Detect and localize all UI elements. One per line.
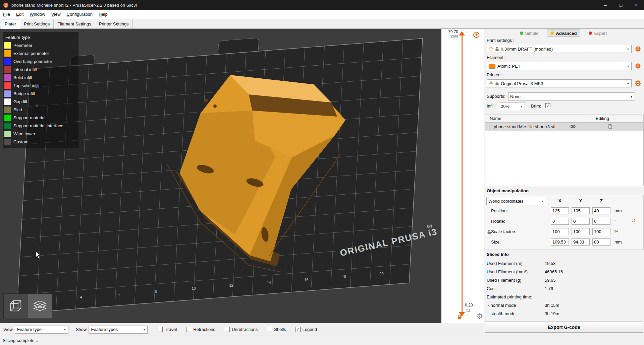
legend-label: Perimeter <box>13 43 32 48</box>
object-list: Name Editing phone stand Mic...lle short… <box>485 115 644 186</box>
view-combo[interactable]: Feature type ▾ <box>15 326 68 334</box>
menu-configuration[interactable]: Configuration <box>64 10 96 19</box>
legend-swatch <box>4 74 11 81</box>
edit-printer-gear-icon[interactable] <box>634 80 642 87</box>
checkbox-retractions[interactable]: Retractions <box>186 327 215 332</box>
view-toolbar: View Feature type ▾ Show Feature types ▾… <box>0 323 484 336</box>
filament-combo[interactable]: Atomic PET ▾ <box>487 62 632 70</box>
checkbox-legend[interactable]: ✓Legend <box>296 327 317 332</box>
supports-combo[interactable]: None ▾ <box>508 92 635 100</box>
om-input-y[interactable] <box>572 238 590 246</box>
menu-edit[interactable]: Edit <box>13 10 26 19</box>
layer-slider-panel: 79.70 (266) 0.20 (1) <box>441 29 484 323</box>
editing-icon[interactable] <box>608 124 613 129</box>
viewport-3d-scene[interactable]: ORIGINAL PRUSA i3 by 2468101214161820201… <box>0 29 441 323</box>
edit-filament-gear-icon[interactable] <box>634 62 642 70</box>
tab-print-settings[interactable]: Print Settings <box>20 19 54 28</box>
mode-dot-icon <box>589 31 592 35</box>
om-unit-label: ° <box>614 219 616 224</box>
layer-slider-upper-handle[interactable] <box>459 31 465 36</box>
om-input-z[interactable] <box>592 218 610 225</box>
legend-swatch <box>4 90 11 97</box>
reset-rotation-icon[interactable]: ↺ <box>631 217 636 224</box>
chevron-down-icon: ▾ <box>519 105 524 108</box>
export-gcode-button[interactable]: Export G-code <box>485 322 643 333</box>
tab-plater[interactable]: Plater <box>1 19 20 29</box>
checkbox-unretractions[interactable]: Unretractions <box>225 327 258 332</box>
axis-header-y: Y <box>572 198 590 203</box>
minimize-button[interactable]: – <box>598 0 613 10</box>
sliced-info-label: - normal mode <box>487 303 545 308</box>
mode-advanced[interactable]: Advanced <box>547 29 580 37</box>
bed-grid-number: 16 <box>304 278 308 282</box>
om-input-y[interactable] <box>572 218 590 225</box>
printer-combo[interactable]: Original Prusa i3 MK3 ▾ <box>487 79 632 87</box>
checkbox-box: ✓ <box>296 327 301 332</box>
show-label: Show <box>76 327 87 332</box>
object-row[interactable]: phone stand Mic...lle short r3.stl <box>485 123 643 131</box>
menu-view[interactable]: View <box>48 10 64 19</box>
om-input-z[interactable] <box>592 207 610 214</box>
eye-visibility-icon[interactable] <box>570 124 576 129</box>
object-manipulation-title: Object manipulation <box>487 188 529 193</box>
sliced-info-row: Estimated printing time: <box>487 293 641 301</box>
add-layer-range-icon[interactable] <box>473 31 480 38</box>
slider-lock-icon[interactable] <box>457 314 462 320</box>
om-input-x[interactable] <box>551 218 569 225</box>
brim-checkbox[interactable]: ✓ <box>545 103 550 108</box>
legend-item: Bridge infill <box>3 89 78 97</box>
lock-icon <box>495 81 499 86</box>
mode-dot-icon <box>520 31 523 35</box>
print-settings-label: Print settings : <box>487 38 514 43</box>
legend-item: Support material <box>3 114 78 122</box>
om-input-x[interactable] <box>551 207 569 214</box>
checkbox-shells[interactable]: Shells <box>267 327 286 332</box>
edit-print-settings-gear-icon[interactable] <box>634 45 642 53</box>
layer-top-height: 79.70 <box>441 29 458 34</box>
print-settings-combo[interactable]: 0.30mm DRAFT (modified) ▾ <box>487 45 632 53</box>
infill-combo[interactable]: 20% ▾ <box>499 102 525 110</box>
sliced-info-value: 46965.16 <box>545 269 563 274</box>
maximize-button[interactable]: □ <box>613 0 629 10</box>
chevron-down-icon: ▾ <box>62 328 67 331</box>
checkbox-label: Unretractions <box>232 327 258 332</box>
menu-help[interactable]: Help <box>96 10 111 19</box>
coordinates-combo[interactable]: World coordinates ▾ <box>486 197 546 205</box>
layers-view-button[interactable] <box>28 294 52 318</box>
checkbox-travel[interactable]: Travel <box>158 327 177 332</box>
legend-label: Support material <box>13 115 45 120</box>
legend-swatch <box>4 42 11 49</box>
sliced-info-label: Cost <box>487 286 545 291</box>
tab-printer-settings[interactable]: Printer Settings <box>95 19 133 28</box>
legend-swatch <box>4 139 11 145</box>
menu-window[interactable]: Window <box>26 10 48 19</box>
om-input-z[interactable] <box>592 228 610 235</box>
view-mode-toggle <box>3 293 52 318</box>
om-row-position: Position:mm <box>485 207 643 215</box>
printer-label: Printer : <box>487 72 502 77</box>
mode-simple[interactable]: Simple <box>516 29 542 37</box>
om-input-x[interactable] <box>551 238 569 246</box>
om-input-x[interactable] <box>551 228 569 235</box>
mode-expert[interactable]: Expert <box>585 29 610 37</box>
3d-view-button[interactable] <box>4 294 28 318</box>
sliced-info-row: - stealth mode3h 19m <box>487 309 641 318</box>
om-input-y[interactable] <box>572 228 590 235</box>
layer-slider-track[interactable] <box>462 36 463 312</box>
om-input-y[interactable] <box>572 207 590 214</box>
om-input-z[interactable] <box>592 238 610 246</box>
mode-selector: SimpleAdvancedExpert <box>516 29 610 37</box>
legend-item: Top solid infill <box>3 81 78 89</box>
tab-bar: PlaterPrint SettingsFilament SettingsPri… <box>0 19 644 29</box>
legend-item: External perimeter <box>3 49 78 57</box>
legend-swatch <box>4 50 11 57</box>
scene-settings-gear-icon[interactable] <box>476 313 483 320</box>
close-button[interactable]: × <box>629 0 644 10</box>
show-combo[interactable]: Feature types ▾ <box>89 326 148 334</box>
legend-item: Wipe tower <box>3 130 78 138</box>
window-controls: – □ × <box>598 0 644 10</box>
chevron-down-icon: ▾ <box>142 328 147 331</box>
om-row-scalefactors: Scale factors:% <box>485 228 643 236</box>
menu-file[interactable]: File <box>0 10 13 19</box>
tab-filament-settings[interactable]: Filament Settings <box>54 19 95 28</box>
